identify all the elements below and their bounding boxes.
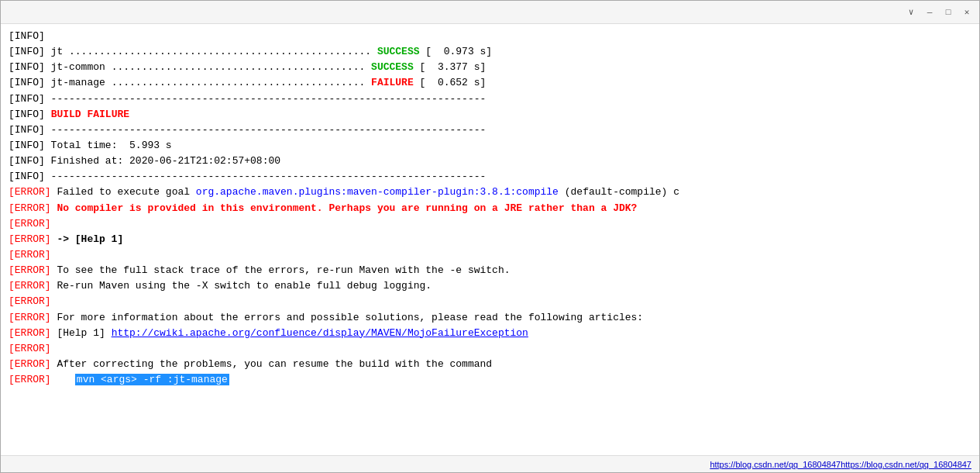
terminal-line: [ERROR] Failed to execute goal org.apach… [9,185,971,200]
terminal-line: [ERROR] [9,294,971,309]
terminal-line: [INFO] jt-common .......................… [9,60,971,75]
maximize-button[interactable]: □ [942,6,954,19]
terminal-line: [ERROR] No compiler is provided in this … [9,201,971,216]
terminal-output: [INFO] [INFO] jt .......................… [1,24,979,455]
terminal-line: [INFO] Finished at: 2020-06-21T21:02:57+… [9,154,971,169]
terminal-window: ∨ — □ ✕ [INFO] [INFO] jt ...............… [0,0,980,473]
minimize-button[interactable]: — [923,6,936,19]
highlighted-command: mvn <args> -rf :jt-manage [75,374,229,385]
terminal-line: [ERROR] For more information about the e… [9,310,971,326]
terminal-line: [INFO] jt ..............................… [9,44,971,60]
terminal-line: [INFO] jt-manage .......................… [9,75,971,91]
terminal-line: [INFO] ---------------------------------… [9,123,971,138]
status-link-text: https://blog.csdn.net/qq_16804847 [841,460,971,469]
terminal-line: [INFO] [9,29,971,44]
csdn-link[interactable]: https://blog.csdn.net/qq_16804847 [710,460,841,469]
status-bar: https://blog.csdn.net/qq_16804847 https:… [1,455,979,472]
terminal-line: [INFO] BUILD FAILURE [9,107,971,123]
close-button[interactable]: ✕ [961,6,973,19]
terminal-line: [ERROR] [9,216,971,232]
terminal-line: [INFO] Total time: 5.993 s [9,138,971,154]
terminal-line: [ERROR] After correcting the problems, y… [9,357,971,372]
terminal-line: [INFO] ---------------------------------… [9,91,971,107]
chevron-icon[interactable]: ∨ [905,6,917,19]
terminal-line: [ERROR] [9,341,971,357]
terminal-line: [ERROR] mvn <args> -rf :jt-manage [9,372,971,388]
terminal-line: [ERROR] [Help 1] http://cwiki.apache.org… [9,326,971,341]
terminal-line: [ERROR] -> [Help 1] [9,232,971,247]
terminal-line: [ERROR] To see the full stack trace of t… [9,263,971,278]
terminal-line: [ERROR] Re-run Maven using the -X switch… [9,278,971,294]
terminal-line: [ERROR] [9,247,971,263]
terminal-line: [INFO] ---------------------------------… [9,169,971,185]
title-bar: ∨ — □ ✕ [1,1,979,24]
